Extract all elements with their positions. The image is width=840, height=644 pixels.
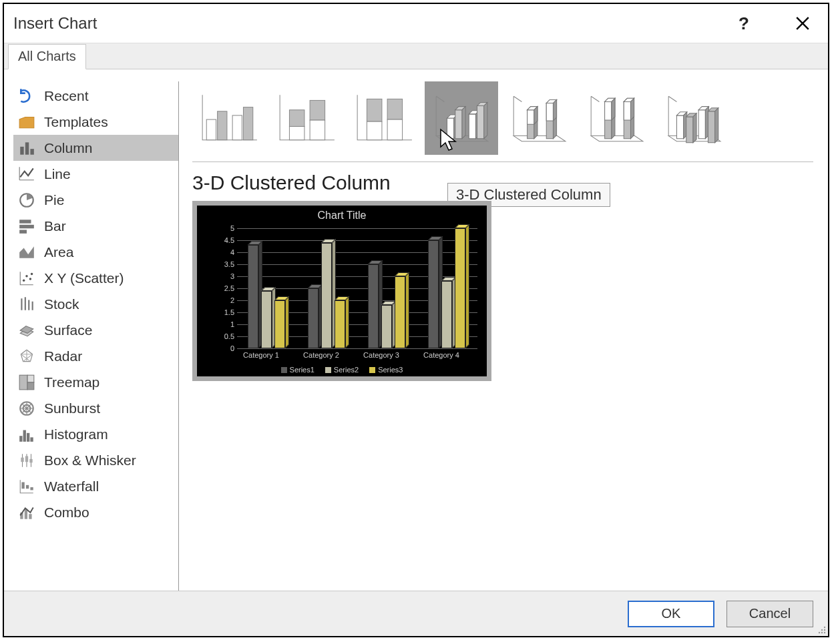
sidebar-item-area[interactable]: Area (13, 239, 178, 265)
line-icon (17, 165, 36, 184)
subtype-3-d-clustered-column[interactable] (425, 81, 498, 155)
preview-chart-title: Chart Title (197, 206, 487, 222)
svg-rect-21 (25, 456, 28, 462)
bar (428, 236, 443, 348)
sidebar-item-templates[interactable]: Templates (13, 109, 178, 135)
sidebar-item-label: X Y (Scatter) (44, 270, 124, 286)
bar (395, 272, 409, 348)
svg-rect-22 (29, 458, 32, 462)
help-icon[interactable]: ? (728, 7, 760, 39)
subtype-3-d-100-stacked-column[interactable] (580, 81, 653, 155)
svg-rect-23 (21, 482, 24, 489)
subtype-clustered-column[interactable] (192, 81, 266, 155)
subtype-stacked-column[interactable] (270, 81, 343, 155)
close-icon[interactable] (787, 7, 819, 39)
svg-rect-37 (367, 99, 381, 121)
sidebar-item-bar[interactable]: Bar (13, 213, 178, 239)
resize-grip-icon[interactable] (816, 624, 827, 635)
main-area: RecentTemplatesColumnLinePieBarAreaX Y (… (4, 69, 828, 591)
sunburst-icon (17, 399, 36, 418)
svg-rect-31 (232, 115, 242, 140)
bar (248, 241, 262, 348)
tab-all-charts[interactable]: All Charts (8, 44, 86, 69)
svg-rect-17 (23, 430, 26, 441)
radar-icon (17, 347, 36, 366)
svg-point-45 (821, 632, 823, 633)
sidebar-item-label: Area (44, 244, 73, 260)
subtype-100-stacked-column[interactable] (347, 81, 421, 155)
treemap-icon (17, 373, 36, 392)
sidebar-item-surface[interactable]: Surface (13, 317, 178, 343)
sidebar-item-stock[interactable]: Stock (13, 291, 178, 317)
svg-rect-34 (289, 126, 304, 139)
sidebar-item-recent[interactable]: Recent (13, 83, 178, 109)
column-icon (17, 139, 36, 157)
sidebar-item-label: Pie (44, 192, 64, 208)
sidebar-item-pie[interactable]: Pie (13, 187, 178, 213)
waterfall-icon (17, 477, 36, 496)
sidebar-item-sunburst[interactable]: Sunburst (13, 395, 178, 421)
sidebar-item-histogram[interactable]: Histogram (13, 421, 178, 447)
ok-button[interactable]: OK (628, 601, 714, 627)
svg-rect-29 (206, 119, 216, 140)
subtype-3-d-column[interactable] (657, 81, 730, 155)
sidebar-item-label: Recent (44, 88, 89, 104)
svg-rect-1 (25, 142, 29, 154)
svg-rect-18 (27, 432, 29, 441)
sidebar-item-box[interactable]: Box & Whisker (13, 447, 178, 473)
svg-rect-33 (289, 110, 304, 127)
chart-category-sidebar: RecentTemplatesColumnLinePieBarAreaX Y (… (13, 81, 179, 591)
sidebar-item-radar[interactable]: Radar (13, 343, 178, 369)
dialog-title: Insert Chart (13, 14, 97, 33)
svg-point-44 (819, 632, 820, 633)
sidebar-item-scatter[interactable]: X Y (Scatter) (13, 265, 178, 291)
legend-s2: Series2 (334, 366, 359, 374)
chart-plot-area: 00.511.522.533.544.55 (237, 228, 477, 348)
templates-icon (17, 113, 36, 131)
bar (308, 284, 323, 348)
svg-rect-38 (367, 121, 381, 140)
histogram-icon (17, 425, 36, 444)
svg-rect-36 (310, 120, 325, 140)
bar (335, 296, 349, 348)
svg-rect-11 (19, 375, 27, 390)
tabs-row: All Charts (4, 43, 828, 69)
sidebar-item-label: Surface (44, 322, 92, 338)
svg-rect-24 (26, 485, 29, 488)
scatter-icon (17, 269, 36, 288)
svg-point-43 (824, 629, 825, 631)
svg-rect-19 (30, 437, 33, 442)
sidebar-item-column[interactable]: Column (13, 135, 178, 161)
svg-rect-0 (20, 146, 23, 154)
svg-rect-2 (30, 149, 33, 155)
svg-rect-40 (387, 119, 402, 140)
bar (455, 224, 469, 348)
sidebar-item-line[interactable]: Line (13, 161, 178, 187)
sidebar-item-combo[interactable]: Combo (13, 499, 178, 525)
cancel-button[interactable]: Cancel (726, 601, 813, 627)
content-pane: 3-D Clustered Column 3-D Clustered Colum… (179, 81, 819, 591)
svg-rect-39 (387, 99, 402, 119)
subtype-3-d-stacked-column[interactable] (502, 81, 576, 155)
chart-legend: Series1 Series2 Series3 (197, 366, 487, 374)
svg-point-46 (824, 632, 825, 633)
bar (441, 277, 456, 348)
sidebar-item-label: Treemap (44, 374, 99, 390)
svg-rect-35 (310, 100, 325, 120)
chart-preview[interactable]: Chart Title 00.511.522.533.544.55 Series… (192, 201, 491, 381)
box-icon (17, 451, 36, 470)
dialog-footer: OK Cancel (4, 591, 828, 636)
bar (381, 301, 396, 348)
insert-chart-dialog: Insert Chart ? All Charts RecentTemplate… (3, 3, 829, 637)
svg-point-9 (29, 278, 31, 280)
bar (368, 260, 383, 348)
svg-rect-16 (19, 436, 22, 442)
pie-icon (17, 191, 36, 210)
svg-point-42 (821, 629, 823, 631)
area-icon (17, 243, 36, 262)
sidebar-item-label: Stock (44, 296, 79, 312)
sidebar-item-label: Histogram (44, 426, 108, 442)
sidebar-item-treemap[interactable]: Treemap (13, 369, 178, 395)
sidebar-item-waterfall[interactable]: Waterfall (13, 473, 178, 499)
bar (321, 239, 336, 348)
